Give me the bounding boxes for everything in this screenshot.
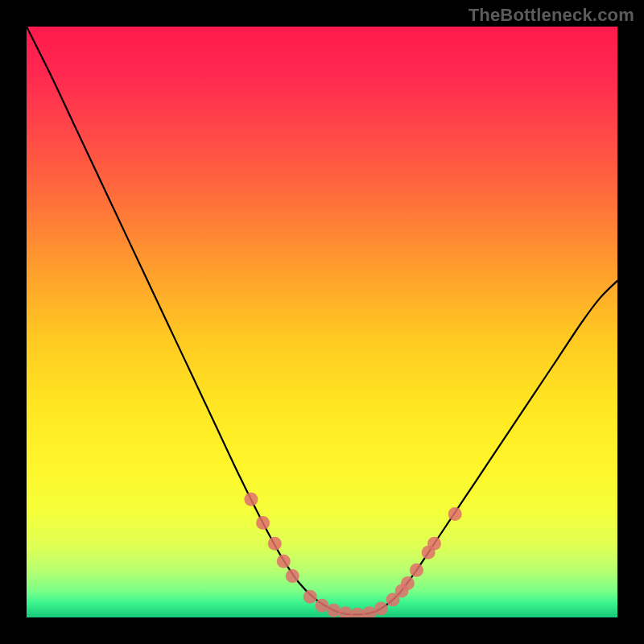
chart-bead	[286, 569, 299, 583]
chart-bead	[410, 564, 423, 577]
chart-bead	[374, 601, 388, 615]
chart-bead	[256, 516, 270, 530]
watermark-text: TheBottleneck.com	[469, 5, 634, 26]
chart-outer-frame: TheBottleneck.com	[0, 0, 644, 644]
chart-bead	[427, 537, 441, 551]
chart-bead	[327, 604, 341, 617]
chart-bead	[268, 537, 282, 551]
chart-bead	[303, 590, 317, 604]
chart-svg	[27, 27, 617, 617]
chart-bead	[401, 576, 415, 590]
chart-plot-area	[27, 27, 617, 617]
chart-background-gradient	[27, 27, 617, 617]
chart-bead	[448, 507, 462, 521]
chart-bead	[316, 599, 329, 613]
chart-bead	[244, 493, 258, 506]
chart-bead	[277, 555, 291, 568]
